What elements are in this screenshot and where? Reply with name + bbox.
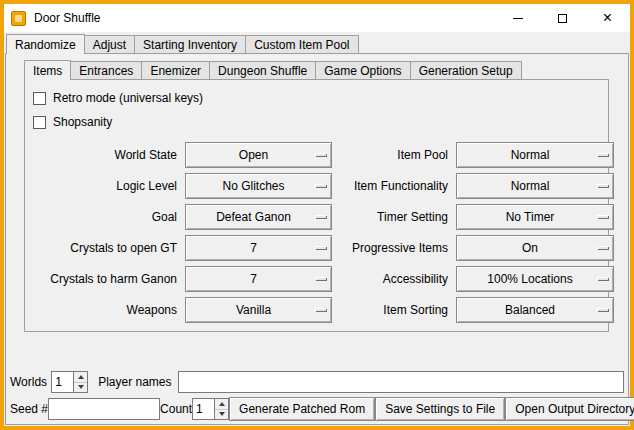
item-functionality-label: Item Functionality <box>338 179 450 193</box>
maximize-button[interactable] <box>540 4 585 32</box>
checkbox-indicator[interactable] <box>33 92 46 105</box>
logic-level-dropdown[interactable]: No Glitches <box>185 173 332 199</box>
dropdown-indicator-icon <box>315 153 326 156</box>
item-pool-value: Normal <box>457 148 613 162</box>
dropdown-indicator-icon <box>597 153 608 156</box>
generate-patched-rom-button[interactable]: Generate Patched Rom <box>229 397 375 421</box>
client-area: Randomize Adjust Starting Inventory Cust… <box>4 32 630 426</box>
open-output-directory-button[interactable]: Open Output Directory <box>505 397 634 421</box>
item-sorting-dropdown[interactable]: Balanced <box>456 297 614 323</box>
player-names-input[interactable] <box>178 371 625 393</box>
title-bar: Door Shuffle × <box>4 4 630 32</box>
seed-input[interactable] <box>48 398 160 420</box>
tab-randomize[interactable]: Randomize <box>6 34 85 54</box>
timer-setting-dropdown[interactable]: No Timer <box>456 204 614 230</box>
tab-custom-item-pool[interactable]: Custom Item Pool <box>245 35 358 53</box>
randomize-panel: Items Entrances Enemizer Dungeon Shuffle… <box>5 53 629 425</box>
main-tab-bar: Randomize Adjust Starting Inventory Cust… <box>6 34 358 53</box>
app-window: Door Shuffle × Randomize Adjust Starting… <box>0 0 634 430</box>
count-label: Count <box>160 402 192 416</box>
dropdown-indicator-icon <box>315 184 326 187</box>
dropdown-indicator-icon <box>315 308 326 311</box>
checkbox-indicator[interactable] <box>33 116 46 129</box>
close-button[interactable]: × <box>585 4 630 32</box>
worlds-label: Worlds <box>10 375 47 389</box>
item-sorting-value: Balanced <box>457 303 613 317</box>
weapons-value: Vanilla <box>186 303 331 317</box>
item-functionality-value: Normal <box>457 179 613 193</box>
arrow-up-icon <box>78 375 84 379</box>
item-pool-dropdown[interactable]: Normal <box>456 142 614 168</box>
progressive-items-label: Progressive Items <box>338 241 450 255</box>
tab-entrances[interactable]: Entrances <box>70 61 142 79</box>
item-sorting-label: Item Sorting <box>338 303 450 317</box>
arrow-down-icon <box>78 385 84 389</box>
worlds-input[interactable] <box>52 372 73 392</box>
save-settings-button[interactable]: Save Settings to File <box>375 397 505 421</box>
checkbox-retro-mode[interactable]: Retro mode (universal keys) <box>31 86 605 110</box>
accessibility-label: Accessibility <box>338 272 450 286</box>
dropdown-indicator-icon <box>597 184 608 187</box>
tab-dungeon-shuffle[interactable]: Dungeon Shuffle <box>209 61 316 79</box>
tab-items[interactable]: Items <box>24 60 71 80</box>
crystals-ganon-dropdown[interactable]: 7 <box>185 266 332 292</box>
seed-label: Seed # <box>10 402 48 416</box>
arrow-up-icon <box>219 402 225 406</box>
tab-starting-inventory[interactable]: Starting Inventory <box>134 35 246 53</box>
checkbox-retro-mode-label: Retro mode (universal keys) <box>53 91 203 105</box>
world-state-value: Open <box>186 148 331 162</box>
count-input[interactable] <box>193 399 214 419</box>
stepper-up-button[interactable] <box>74 372 87 382</box>
close-icon: × <box>603 10 612 26</box>
count-stepper[interactable] <box>192 398 229 420</box>
weapons-dropdown[interactable]: Vanilla <box>185 297 332 323</box>
crystals-gt-dropdown[interactable]: 7 <box>185 235 332 261</box>
goal-dropdown[interactable]: Defeat Ganon <box>185 204 332 230</box>
item-functionality-dropdown[interactable]: Normal <box>456 173 614 199</box>
minimize-button[interactable] <box>495 4 540 32</box>
arrow-down-icon <box>219 412 225 416</box>
player-names-label: Player names <box>98 375 171 389</box>
timer-setting-value: No Timer <box>457 210 613 224</box>
tab-adjust[interactable]: Adjust <box>84 35 135 53</box>
stepper-up-button[interactable] <box>215 399 228 409</box>
maximize-icon <box>558 14 567 23</box>
dropdown-indicator-icon <box>597 215 608 218</box>
crystals-gt-value: 7 <box>186 241 331 255</box>
checkbox-shopsanity-label: Shopsanity <box>53 115 112 129</box>
dropdown-indicator-icon <box>315 246 326 249</box>
progressive-items-value: On <box>457 241 613 255</box>
window-title: Door Shuffle <box>34 11 495 25</box>
tab-game-options[interactable]: Game Options <box>315 61 410 79</box>
item-pool-label: Item Pool <box>338 148 450 162</box>
accessibility-dropdown[interactable]: 100% Locations <box>456 266 614 292</box>
world-state-dropdown[interactable]: Open <box>185 142 332 168</box>
minimize-icon <box>513 18 523 19</box>
app-icon <box>11 11 26 26</box>
goal-label: Goal <box>35 210 179 224</box>
worlds-row: Worlds Player names <box>10 371 624 393</box>
stepper-down-button[interactable] <box>74 382 87 393</box>
stepper-down-button[interactable] <box>215 409 228 420</box>
stepper-arrows <box>73 372 87 392</box>
tab-generation-setup[interactable]: Generation Setup <box>410 61 522 79</box>
progressive-items-dropdown[interactable]: On <box>456 235 614 261</box>
sub-tab-bar: Items Entrances Enemizer Dungeon Shuffle… <box>24 59 521 79</box>
dropdown-indicator-icon <box>597 308 608 311</box>
worlds-stepper[interactable] <box>51 371 88 393</box>
accessibility-value: 100% Locations <box>457 272 613 286</box>
crystals-ganon-label: Crystals to harm Ganon <box>35 272 179 286</box>
logic-level-label: Logic Level <box>35 179 179 193</box>
world-state-label: World State <box>35 148 179 162</box>
goal-value: Defeat Ganon <box>186 210 331 224</box>
timer-setting-label: Timer Setting <box>338 210 450 224</box>
dropdown-indicator-icon <box>597 277 608 280</box>
tab-enemizer[interactable]: Enemizer <box>141 61 210 79</box>
weapons-label: Weapons <box>35 303 179 317</box>
checkbox-shopsanity[interactable]: Shopsanity <box>31 110 605 134</box>
dropdown-indicator-icon <box>597 246 608 249</box>
stepper-arrows <box>214 399 228 419</box>
logic-level-value: No Glitches <box>186 179 331 193</box>
crystals-gt-label: Crystals to open GT <box>35 241 179 255</box>
seed-row: Seed # Count Generate Patched Rom Save S… <box>10 397 624 421</box>
